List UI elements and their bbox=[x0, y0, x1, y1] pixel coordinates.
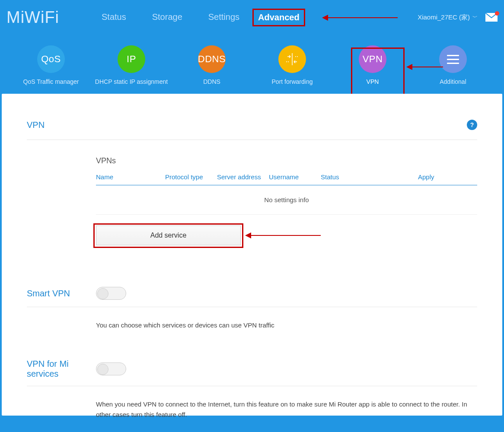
subnav-label: VPN bbox=[332, 78, 413, 85]
vpn-icon: VPN bbox=[359, 45, 386, 73]
col-username: Username bbox=[269, 173, 321, 181]
help-icon[interactable]: ? bbox=[467, 120, 477, 130]
subnav-label: DHCP static IP assignment bbox=[91, 78, 172, 85]
subnav-label: DDNS bbox=[172, 78, 252, 85]
subnav-additional[interactable]: Additional bbox=[413, 45, 493, 85]
col-server: Server address bbox=[217, 173, 269, 181]
subnav-label: QoS Traffic manager bbox=[11, 78, 91, 85]
subnav-label: Port forwarding bbox=[252, 78, 332, 85]
mail-icon[interactable] bbox=[485, 13, 498, 22]
app-logo: MiWiFi bbox=[6, 9, 89, 25]
nav-settings[interactable]: Settings bbox=[195, 9, 252, 26]
section-title-vpn: VPN bbox=[27, 120, 467, 130]
active-tab-caret-icon bbox=[373, 101, 385, 107]
subnav-label: Additional bbox=[413, 78, 493, 85]
col-apply: Apply bbox=[418, 173, 477, 181]
subnav-qos[interactable]: QoS QoS Traffic manager bbox=[11, 45, 91, 85]
qos-icon: QoS bbox=[37, 45, 65, 73]
chevron-down-icon: ﹀ bbox=[472, 14, 478, 21]
hamburger-icon bbox=[439, 45, 467, 73]
ddns-icon: DDNS bbox=[198, 45, 226, 73]
content-panel: VPN ? VPNs Name Protocol type Server add… bbox=[2, 94, 502, 416]
vpn-mi-toggle[interactable] bbox=[96, 362, 126, 375]
ip-icon: IP bbox=[118, 45, 145, 73]
router-name: Xiaomi_27EC (家) bbox=[418, 13, 470, 22]
notification-dot-icon bbox=[495, 11, 499, 16]
nav-storage[interactable]: Storage bbox=[139, 9, 195, 26]
subnav-ddns[interactable]: DDNS DDNS bbox=[172, 45, 252, 85]
port-forwarding-icon bbox=[278, 45, 306, 73]
smart-vpn-description: You can choose which services or devices… bbox=[27, 320, 477, 330]
nav-status[interactable]: Status bbox=[89, 9, 139, 26]
vpns-heading: VPNs bbox=[96, 156, 477, 165]
col-name: Name bbox=[96, 173, 165, 181]
vpn-mi-description: When you need VPN to connect to the Inte… bbox=[27, 399, 477, 420]
main-nav: Status Storage Settings Advanced bbox=[89, 9, 305, 26]
table-empty-message: No settings info bbox=[96, 185, 477, 215]
smart-vpn-toggle[interactable] bbox=[96, 287, 126, 300]
annotation-arrow-icon bbox=[245, 232, 321, 238]
add-service-button[interactable]: Add service bbox=[96, 226, 241, 245]
col-status: Status bbox=[321, 173, 418, 181]
subnav-dhcp[interactable]: IP DHCP static IP assignment bbox=[91, 45, 172, 85]
section-title-smart-vpn: Smart VPN bbox=[27, 289, 96, 299]
col-protocol: Protocol type bbox=[165, 173, 217, 181]
subnav-port-forwarding[interactable]: Port forwarding bbox=[252, 45, 332, 85]
vpn-table-header: Name Protocol type Server address Userna… bbox=[96, 173, 477, 185]
section-title-vpn-mi: VPN for Mi services bbox=[27, 359, 96, 379]
router-selector[interactable]: Xiaomi_27EC (家) ﹀ bbox=[418, 13, 478, 22]
subnav-vpn[interactable]: VPN VPN bbox=[332, 45, 413, 85]
nav-advanced[interactable]: Advanced bbox=[252, 9, 305, 26]
